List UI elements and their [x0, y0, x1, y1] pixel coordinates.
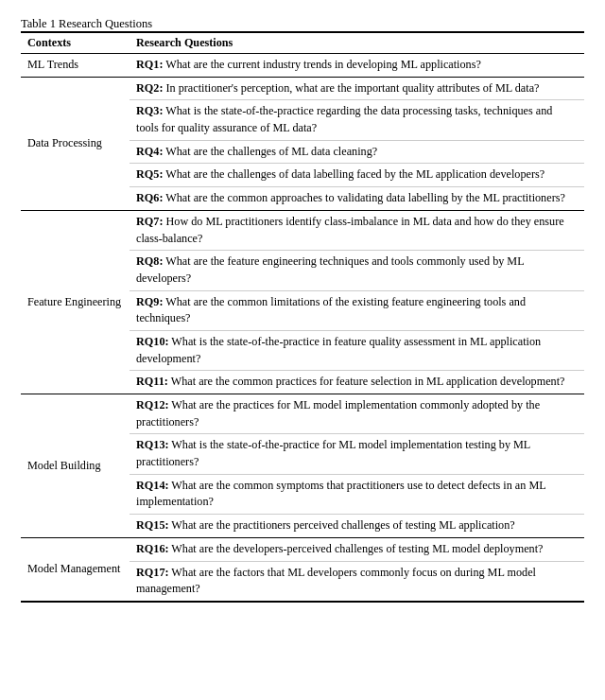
rq-label: RQ8: — [136, 254, 163, 268]
rq-label: RQ16: — [136, 542, 169, 555]
context-cell: Feature Engineering — [21, 210, 130, 394]
rq-label: RQ5: — [136, 167, 163, 181]
rq-label: RQ17: — [136, 566, 169, 579]
rq-cell: RQ14: What are the common symptoms that … — [130, 474, 584, 514]
rq-label: RQ1: — [136, 58, 163, 71]
table-header-row: Contexts Research Questions — [21, 32, 584, 54]
col-contexts-header: Contexts — [21, 32, 130, 54]
table-row: Model ManagementRQ16: What are the devel… — [21, 537, 584, 561]
rq-cell: RQ6: What are the common approaches to v… — [130, 187, 584, 211]
rq-cell: RQ11: What are the common practices for … — [130, 371, 584, 394]
table-row: Data ProcessingRQ2: In practitioner's pe… — [21, 77, 584, 100]
table-row: ML TrendsRQ1: What are the current indus… — [21, 54, 584, 78]
rq-label: RQ6: — [136, 191, 163, 204]
context-cell: ML Trends — [21, 54, 130, 78]
rq-cell: RQ7: How do ML practitioners identify cl… — [130, 210, 584, 250]
rq-label: RQ7: — [136, 215, 163, 228]
rq-label: RQ10: — [136, 335, 169, 348]
context-cell: Model Management — [21, 537, 130, 602]
rq-cell: RQ15: What are the practitioners perceiv… — [130, 515, 584, 538]
table-row: Model BuildingRQ12: What are the practic… — [21, 394, 584, 434]
col-rq-header: Research Questions — [130, 32, 584, 54]
rq-cell: RQ3: What is the state-of-the-practice r… — [130, 100, 584, 140]
rq-label: RQ14: — [136, 479, 169, 492]
rq-cell: RQ16: What are the developers-perceived … — [130, 537, 584, 561]
rq-cell: RQ4: What are the challenges of ML data … — [130, 140, 584, 164]
table-description: Research Questions — [59, 17, 152, 30]
table-row: Feature EngineeringRQ7: How do ML practi… — [21, 210, 584, 250]
rq-cell: RQ13: What is the state-of-the-practice … — [130, 434, 584, 474]
rq-cell: RQ8: What are the feature engineering te… — [130, 251, 584, 290]
rq-cell: RQ2: In practitioner's perception, what … — [130, 77, 584, 100]
rq-label: RQ15: — [136, 518, 169, 532]
rq-label: RQ9: — [136, 295, 163, 308]
rq-label: RQ3: — [136, 104, 163, 117]
rq-cell: RQ5: What are the challenges of data lab… — [130, 164, 584, 187]
table-title: Table 1 Research Questions — [21, 17, 584, 31]
rq-cell: RQ12: What are the practices for ML mode… — [130, 394, 584, 434]
rq-cell: RQ9: What are the common limitations of … — [130, 290, 584, 330]
rq-cell: RQ17: What are the factors that ML devel… — [130, 561, 584, 602]
rq-cell: RQ10: What is the state-of-the-practice … — [130, 330, 584, 370]
table-label: Table 1 — [21, 17, 56, 30]
context-cell: Model Building — [21, 394, 130, 538]
rq-label: RQ2: — [136, 81, 163, 95]
rq-label: RQ12: — [136, 398, 169, 411]
rq-cell: RQ1: What are the current industry trend… — [130, 54, 584, 78]
research-questions-table: Contexts Research Questions ML TrendsRQ1… — [21, 31, 584, 603]
rq-label: RQ13: — [136, 438, 169, 451]
rq-label: RQ4: — [136, 145, 163, 158]
rq-label: RQ11: — [136, 375, 168, 388]
context-cell: Data Processing — [21, 77, 130, 210]
